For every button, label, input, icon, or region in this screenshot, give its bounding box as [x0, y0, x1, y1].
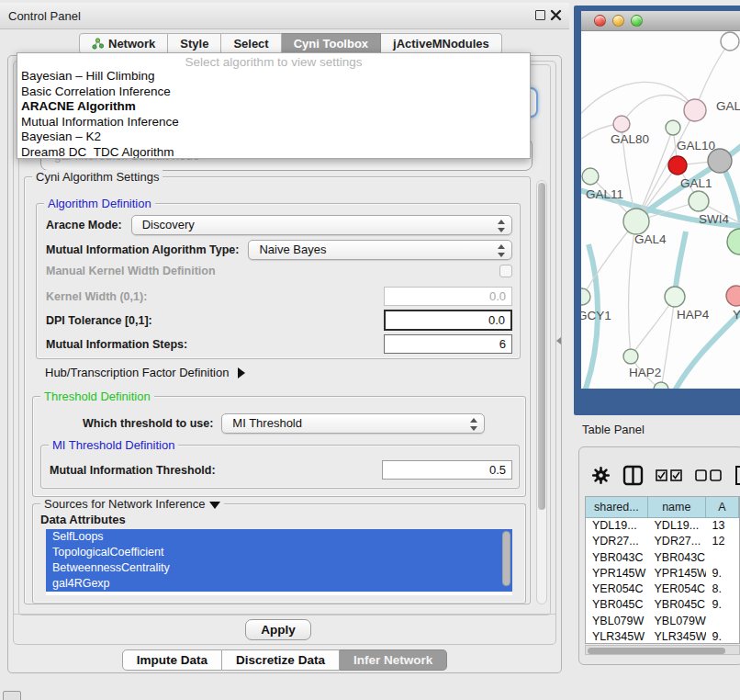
document-icon[interactable] — [734, 466, 740, 489]
network-edge[interactable] — [581, 82, 695, 119]
network-node[interactable] — [613, 116, 630, 132]
table-header-row: shared...nameA — [586, 497, 739, 518]
unchecked-pair-icon[interactable] — [695, 469, 723, 485]
algorithm-definition-legend: Algorithm Definition — [44, 197, 155, 210]
network-window-titlebar[interactable] — [581, 11, 740, 31]
apply-button[interactable]: Apply — [245, 619, 311, 640]
mi-threshold-group: MI Threshold Definition Mutual Informati… — [40, 445, 520, 489]
settings-scrollbar-thumb[interactable] — [538, 183, 545, 510]
network-edge[interactable] — [661, 297, 675, 389]
algorithm-option[interactable]: ARACNE Algorithm — [17, 99, 530, 115]
table-cell: YBR045C — [648, 597, 706, 613]
node-table[interactable]: shared...nameA YDL19...YDL19...13YDR27..… — [585, 496, 740, 644]
network-node[interactable] — [726, 286, 740, 306]
table-hscrollbar-thumb[interactable] — [588, 648, 725, 654]
panel-resize-handle[interactable] — [556, 337, 561, 344]
close-traffic-icon[interactable] — [594, 15, 606, 27]
tab-select[interactable]: Select — [221, 33, 281, 54]
close-icon[interactable] — [550, 8, 562, 20]
node-label: GAL — [716, 99, 740, 113]
sources-legend[interactable]: Sources for Network Inference — [40, 497, 224, 511]
table-row[interactable]: YBR043CYBR043C — [586, 550, 739, 566]
attribute-item[interactable]: SelfLoops — [46, 529, 512, 545]
split-columns-icon[interactable] — [622, 465, 644, 490]
attribute-item[interactable]: TopologicalCoefficient — [46, 545, 512, 560]
network-node[interactable] — [666, 120, 680, 135]
tab-network[interactable]: Network — [79, 33, 168, 54]
network-node[interactable] — [721, 32, 739, 51]
bottom-tab-discretize-data[interactable]: Discretize Data — [222, 649, 340, 671]
network-canvas[interactable]: GALGAL80GAL10GAL1GAL11SWI4GAL4GCY1HAP4YH… — [581, 31, 740, 389]
settings-scrollbar[interactable] — [536, 180, 547, 604]
table-cell: YBL079W — [648, 614, 706, 629]
table-column-header[interactable]: A — [706, 497, 739, 517]
network-node[interactable] — [689, 191, 709, 211]
table-hscrollbar[interactable] — [585, 645, 740, 655]
bottom-tab-infer-network[interactable]: Infer Network — [340, 649, 447, 671]
attribute-item[interactable]: gal4RGexp — [46, 576, 512, 592]
network-node[interactable] — [623, 349, 638, 364]
table-cell: YER054C — [648, 581, 706, 597]
table-column-header[interactable]: shared... — [586, 497, 648, 517]
threshold-definition-legend: Threshold Definition — [40, 390, 154, 403]
table-row[interactable]: YPR145WYPR145W9. — [586, 566, 739, 581]
table-column-header[interactable]: name — [648, 497, 706, 517]
network-node[interactable] — [654, 382, 668, 389]
attribute-item[interactable]: BetweennessCentrality — [46, 560, 512, 576]
table-row[interactable]: YER054CYER054C8. — [586, 581, 739, 597]
mi-steps-field[interactable]: 6 — [384, 334, 512, 354]
table-row[interactable]: YDL19...YDL19...13 — [586, 518, 739, 534]
dpi-tolerance-field[interactable]: 0.0 — [384, 310, 512, 331]
expand-right-icon — [238, 367, 245, 378]
table-cell: 12 — [706, 534, 739, 549]
hub-definition-label: Hub/Transcription Factor Definition — [45, 366, 229, 379]
algorithm-definition-group: Algorithm Definition Aracne Mode: Discov… — [36, 203, 521, 359]
which-threshold-combobox[interactable]: MI Threshold — [221, 413, 485, 434]
network-node[interactable] — [665, 287, 685, 307]
table-cell: 9. — [706, 566, 739, 581]
network-node[interactable] — [581, 288, 590, 305]
tab-jactivemnodules[interactable]: jActiveMNodules — [381, 33, 502, 54]
algorithm-option[interactable]: Bayesian – K2 — [17, 130, 530, 145]
network-node[interactable] — [668, 156, 687, 175]
mi-threshold-field[interactable]: 0.5 — [382, 460, 512, 480]
algorithm-option[interactable]: Dream8 DC_TDC Algorithm — [17, 145, 530, 160]
cyni-algorithm-settings-group: Cyni Algorithm Settings Algorithm Defini… — [24, 176, 531, 604]
node-label: GAL80 — [611, 132, 649, 146]
table-row[interactable]: YDR27...YDR27...12 — [586, 534, 739, 549]
gear-icon[interactable] — [591, 466, 611, 489]
mi-threshold-legend: MI Threshold Definition — [49, 438, 178, 452]
checked-pair-icon[interactable] — [656, 469, 683, 485]
tab-style[interactable]: Style — [168, 33, 221, 54]
node-label: HAP4 — [677, 308, 710, 322]
table-row[interactable]: YBR045CYBR045C9. — [586, 597, 739, 613]
algorithm-option[interactable]: Bayesian – Hill Climbing — [17, 69, 530, 85]
network-node[interactable] — [623, 209, 649, 234]
network-node[interactable] — [684, 99, 706, 121]
aracne-mode-combobox[interactable]: Discovery — [131, 215, 512, 235]
algorithm-option[interactable]: Basic Correlation Inference — [17, 85, 530, 100]
table-cell: YDL19... — [648, 518, 706, 534]
which-threshold-value: MI Threshold — [232, 416, 302, 430]
network-node[interactable] — [582, 168, 599, 185]
table-row[interactable]: YLR345WYLR345W9. — [586, 629, 739, 644]
mi-type-combobox[interactable]: Naive Bayes — [248, 240, 512, 260]
node-label: GAL11 — [586, 187, 623, 201]
list-scrollbar[interactable] — [502, 531, 510, 586]
table-row[interactable]: YBL079WYBL079W — [586, 614, 739, 629]
network-node[interactable] — [727, 229, 740, 254]
network-graph: GALGAL80GAL10GAL1GAL11SWI4GAL4GCY1HAP4YH… — [581, 31, 740, 389]
kernel-width-field[interactable]: 0.0 — [384, 287, 512, 306]
sources-group: Sources for Network Inference Data Attri… — [32, 503, 526, 604]
float-window-icon[interactable] — [535, 10, 545, 20]
zoom-traffic-icon[interactable] — [631, 15, 643, 27]
algorithm-option[interactable]: Mutual Information Inference — [17, 115, 530, 130]
data-attributes-label: Data Attributes — [40, 513, 126, 526]
data-attributes-list[interactable]: SelfLoopsTopologicalCoefficientBetweenne… — [46, 529, 512, 595]
hub-definition-toggle[interactable]: Hub/Transcription Factor Definition — [45, 366, 245, 379]
bottom-tab-impute-data[interactable]: Impute Data — [122, 649, 222, 671]
minimize-traffic-icon[interactable] — [612, 15, 624, 27]
bottom-left-widget[interactable] — [3, 691, 21, 700]
tab-cyni-toolbox[interactable]: Cyni Toolbox — [282, 33, 381, 54]
manual-kernel-checkbox[interactable] — [499, 265, 512, 277]
